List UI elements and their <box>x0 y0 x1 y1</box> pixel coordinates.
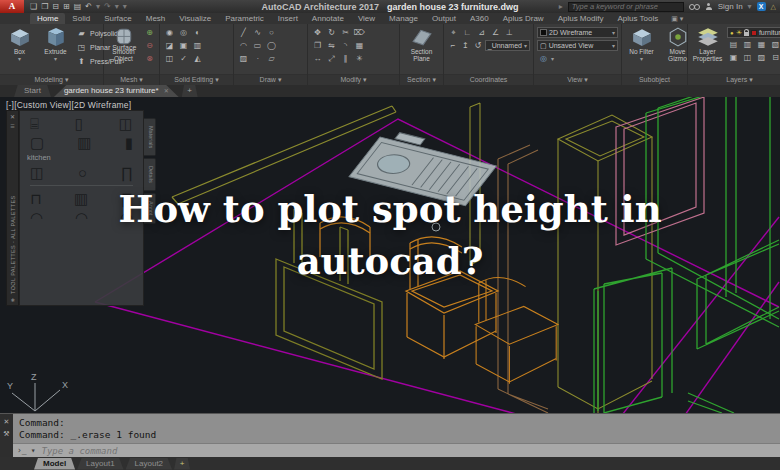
ucs-name-combo[interactable]: _Unnamed ▾ <box>485 40 530 51</box>
box-button[interactable]: Box ▾ <box>3 27 36 63</box>
mirror-icon[interactable]: ⇋ <box>325 40 338 52</box>
scale-icon[interactable]: ⤢ <box>325 53 338 65</box>
ribbon-tab-overflow-icon[interactable]: ▣ ▾ <box>671 13 683 24</box>
layer-tool-8-icon[interactable]: ▨ <box>755 52 768 64</box>
layout-tab-layout1[interactable]: Layout1 <box>77 458 123 470</box>
layer-tool-7-icon[interactable]: ◫ <box>741 52 754 64</box>
command-input[interactable] <box>39 445 776 457</box>
palette-drawer-unit-icon[interactable]: ▥ <box>74 190 88 207</box>
ucs-previous-icon[interactable]: ↺ <box>472 40 484 52</box>
union-icon[interactable]: ◉ <box>163 27 176 39</box>
panel-label-subobject[interactable]: Subobject <box>622 74 687 85</box>
command-close-icon[interactable]: ✕ <box>4 418 10 426</box>
imprint-icon[interactable]: ◫ <box>163 53 176 65</box>
copy-icon[interactable]: ❐ <box>311 40 324 52</box>
layer-tool-4-icon[interactable]: ▧ <box>769 39 780 51</box>
move-icon[interactable]: ✥ <box>311 27 324 39</box>
panel-label-view[interactable]: View ▾ <box>534 74 621 85</box>
new-file-icon[interactable]: ❏ <box>30 2 37 11</box>
info-center-icon[interactable]: △ <box>771 3 776 11</box>
redo-icon[interactable]: ↷ <box>104 2 111 11</box>
ucs-z-axis-icon[interactable]: ⊿ <box>475 27 488 39</box>
ucs-origin-icon[interactable]: ∟ <box>461 27 474 39</box>
palette-close-icon[interactable]: ✕ <box>10 113 15 120</box>
hatch-icon[interactable]: ▨ <box>237 53 250 65</box>
separate-icon[interactable]: ◭ <box>191 53 204 65</box>
search-binoculars-icon[interactable] <box>689 3 700 10</box>
sign-in-button[interactable]: Sign In <box>718 2 743 11</box>
palette-tall-cabinet-icon[interactable]: ▯ <box>75 115 83 132</box>
palette-cabinet-icon[interactable]: ⌸ <box>30 115 39 132</box>
ribbon-tab-parametric[interactable]: Parametric <box>218 13 271 24</box>
file-tab-close-icon[interactable]: ✕ <box>164 85 169 97</box>
shell-icon[interactable]: ▥ <box>191 40 204 52</box>
ribbon-tab-surface[interactable]: Surface <box>97 13 139 24</box>
undo-icon[interactable]: ↶ <box>85 2 92 11</box>
mesh-refine-icon[interactable]: ⊕ <box>143 27 156 39</box>
rotate-icon[interactable]: ↻ <box>325 27 338 39</box>
fillet-icon[interactable]: ◝ <box>339 40 352 52</box>
camera-icon[interactable]: ◎ <box>537 53 550 65</box>
new-drawing-tab-button[interactable]: + <box>182 85 198 97</box>
panel-label-modify[interactable]: Modify ▾ <box>308 74 399 85</box>
palette-tab-details[interactable]: Details <box>144 158 156 191</box>
palette-wide-cabinet-icon[interactable]: ◫ <box>30 164 44 181</box>
layer-properties-button[interactable]: Layer Properties <box>691 27 724 62</box>
polyline-icon[interactable]: ∿ <box>251 27 264 39</box>
rectangle-icon[interactable]: ▭ <box>251 40 264 52</box>
mesh-crease-icon[interactable]: ⊗ <box>143 53 156 65</box>
open-file-icon[interactable]: ❒ <box>41 2 48 11</box>
ribbon-tab-aplus-modify[interactable]: Aplus Modify <box>551 13 611 24</box>
region-icon[interactable]: ▱ <box>265 53 278 65</box>
palette-arc3-icon[interactable]: ◠ <box>120 209 133 226</box>
layout-tab-layout2[interactable]: Layout2 <box>126 458 172 470</box>
extrude-button[interactable]: Extrude ▾ <box>39 27 72 63</box>
ribbon-tab-aplus-draw[interactable]: Aplus Draw <box>496 13 551 24</box>
command-recent-caret-icon[interactable]: ▾ <box>31 446 36 455</box>
viewport-controls[interactable]: [-][Custom View][2D Wireframe] <box>6 100 131 110</box>
qat-dropdown-icon[interactable]: ▾ <box>123 2 127 11</box>
erase-icon[interactable]: ⌦ <box>353 27 366 39</box>
ucs-world-icon[interactable]: ⌖ <box>447 27 460 39</box>
explode-icon[interactable]: ✳ <box>353 53 366 65</box>
sign-in-caret-icon[interactable]: ▾ <box>748 2 752 11</box>
ribbon-tab-manage[interactable]: Manage <box>382 13 425 24</box>
mesh-unrefine-icon[interactable]: ⊖ <box>143 40 156 52</box>
palette-tab-annot[interactable]: Annot <box>144 193 156 223</box>
palette-round-table-icon[interactable]: ○ <box>78 164 87 181</box>
palette-tab-materials[interactable]: Materials <box>144 118 156 156</box>
ribbon-tab-a360[interactable]: A360 <box>463 13 496 24</box>
ribbon-tab-annotate[interactable]: Annotate <box>305 13 351 24</box>
ucs-named-icon[interactable]: ↥ <box>460 40 472 52</box>
section-plane-button[interactable]: Section Plane <box>405 27 438 62</box>
ribbon-tab-output[interactable]: Output <box>425 13 463 24</box>
layout-tab-model[interactable]: Model <box>34 458 75 470</box>
palette-counter-icon[interactable]: ◫ <box>119 115 133 132</box>
no-filter-button[interactable]: No Filter ▾ <box>625 27 658 63</box>
panel-label-modeling[interactable]: Modeling ▾ <box>0 74 103 85</box>
palette-grip-icon[interactable]: ☰ <box>10 123 14 129</box>
ribbon-tab-aplus-tools[interactable]: Aplus Tools <box>610 13 665 24</box>
ribbon-tab-view[interactable]: View <box>351 13 382 24</box>
file-tab-start[interactable]: Start <box>14 85 51 97</box>
ribbon-tab-visualize[interactable]: Visualize <box>172 13 218 24</box>
array-icon[interactable]: ▦ <box>353 40 366 52</box>
panel-label-mesh[interactable]: Mesh ▾ <box>104 74 159 85</box>
ribbon-tab-solid[interactable]: Solid <box>65 13 97 24</box>
ucs-view-icon[interactable]: ∠ <box>489 27 502 39</box>
palette-chair2-icon[interactable]: ∏ <box>121 190 133 207</box>
trim-icon[interactable]: ✂ <box>339 27 352 39</box>
panel-label-layers[interactable]: Layers ▾ <box>688 74 780 85</box>
named-view-combo[interactable]: ▢ Unsaved View ▾ <box>537 40 618 51</box>
ucs-face-icon[interactable]: ⌐ <box>447 40 459 52</box>
layer-tool-3-icon[interactable]: ▦ <box>755 39 768 51</box>
layer-tool-6-icon[interactable]: ▣ <box>727 52 740 64</box>
panel-label-coordinates[interactable]: Coordinates <box>444 74 533 85</box>
palette-arc2-icon[interactable]: ◠ <box>75 209 88 226</box>
visual-style-combo[interactable]: 2D Wireframe ▾ <box>537 27 618 38</box>
new-layout-button[interactable]: + <box>174 458 190 470</box>
line-icon[interactable]: ╱ <box>237 27 250 39</box>
slice-icon[interactable]: ◪ <box>163 40 176 52</box>
command-wrench-icon[interactable]: ⚒ <box>3 430 9 438</box>
smooth-object-button[interactable]: Smooth Object <box>107 27 140 62</box>
